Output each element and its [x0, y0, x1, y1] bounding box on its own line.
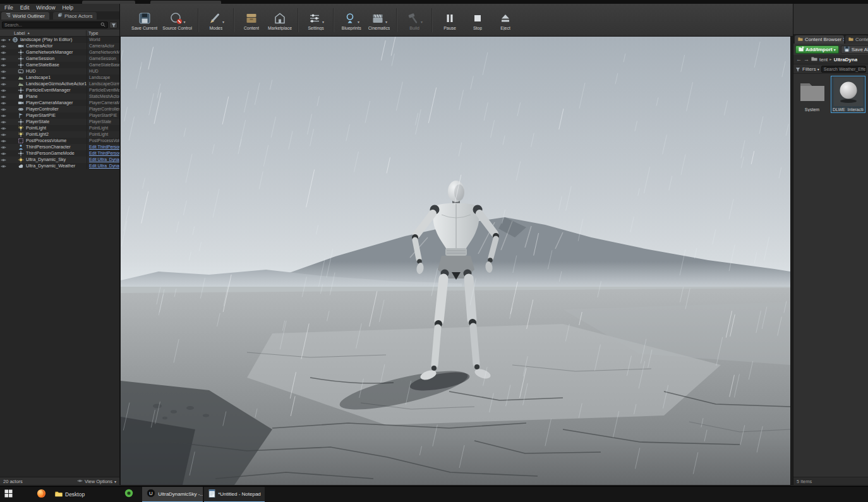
visibility-eye-icon[interactable] — [0, 76, 7, 80]
outliner-row-pointlight2[interactable]: PointLight2PointLight — [0, 131, 119, 138]
content-search-input[interactable]: Search Weather_Effe — [821, 66, 866, 73]
asset-system[interactable]: System — [796, 77, 828, 112]
taskbar-firefox-button[interactable] — [33, 487, 49, 502]
taskbar-app-ultradynamicsky[interactable]: UUltraDynamicSky -... — [142, 487, 203, 502]
visibility-eye-icon[interactable] — [0, 51, 7, 55]
outliner-row-cameraactor[interactable]: CameraActorCameraActor — [0, 43, 119, 49]
visibility-eye-icon[interactable] — [0, 152, 7, 156]
taskbar-app-untitled-notepad[interactable]: *Untitled - Notepad — [204, 487, 265, 502]
asset-dlwe-interaction[interactable]: DLWE_Interaction — [832, 77, 864, 112]
toolbar-source-control-button[interactable]: ▾Source Control — [160, 6, 195, 35]
visibility-eye-icon[interactable] — [0, 101, 7, 105]
save-all-button[interactable]: Save All — [841, 45, 868, 54]
outliner-row-landscape1[interactable]: Landscape1Landscape — [0, 75, 119, 81]
actor-type: PointLight — [87, 131, 119, 138]
outliner-row-hud[interactable]: HUDHUD — [0, 68, 119, 75]
asset-grid: SystemDLWE_Interaction — [793, 74, 868, 477]
dropdown-arrow-icon: ▾ — [358, 20, 359, 24]
tab-content-browser-1[interactable]: Content Browser 1 — [795, 35, 844, 44]
visibility-eye-icon[interactable] — [0, 44, 7, 49]
outliner-row-playerstartpie[interactable]: PlayerStartPIEPlayerStartPIE — [0, 112, 119, 119]
actor-label: ParticleEventManager — [25, 87, 87, 93]
outliner-row-plane[interactable]: PlaneStaticMeshActor — [0, 93, 119, 100]
visibility-eye-icon[interactable] — [0, 120, 7, 124]
add-import-button[interactable]: Add/Import ▾ — [795, 45, 839, 54]
outliner-row-gamenetworkmanager[interactable]: GameNetworkManagerGameNetworkManager — [0, 49, 119, 56]
visibility-eye-icon[interactable] — [0, 57, 7, 61]
visibility-eye-icon[interactable] — [0, 145, 7, 150]
visibility-eye-icon[interactable] — [0, 82, 7, 87]
desktop-toolbar[interactable]: Desktop — [49, 487, 90, 502]
toolbar-settings-button[interactable]: ▾Settings — [302, 6, 330, 35]
filters-button[interactable]: Filters ▾ — [802, 66, 819, 72]
column-header-type[interactable]: Type — [86, 30, 119, 36]
outliner-row-playercontroller[interactable]: PlayerControllerPlayerController — [0, 106, 119, 112]
toolbar-stop-button[interactable]: Stop — [464, 6, 491, 35]
outliner-row-playerstate[interactable]: PlayerStatePlayerState — [0, 119, 119, 125]
outliner-row-gamesession[interactable]: GameSessionGameSession — [0, 56, 119, 62]
outliner-row-thirdpersoncharacter[interactable]: ThirdPersonCharacterEdit ThirdPersonChar… — [0, 144, 119, 150]
menu-file[interactable]: File — [4, 4, 13, 11]
toolbar-save-current-button[interactable]: Save Current — [129, 6, 160, 35]
outliner-row-landscape-play-in-editor[interactable]: ▾landscape (Play In Editor)World — [0, 37, 119, 43]
visibility-eye-icon[interactable] — [0, 114, 7, 118]
dropdown-arrow-icon: ▾ — [421, 20, 423, 24]
start-button[interactable] — [0, 487, 16, 502]
outliner-row-ultra-dynamic-weather[interactable]: Ultra_Dynamic_WeatherEdit Ultra_Dynamic_… — [0, 163, 119, 169]
outliner-row-postprocessvolume[interactable]: PostProcessVolumePostProcessVolume — [0, 138, 119, 144]
dropdown-arrow-icon: ▾ — [222, 20, 224, 24]
outliner-row-gamestatebase[interactable]: GameStateBaseGameStateBase — [0, 62, 119, 68]
outliner-filter-button[interactable] — [109, 21, 118, 28]
toolbar-marketplace-button[interactable]: Marketplace — [265, 6, 294, 35]
visibility-eye-icon[interactable] — [0, 63, 7, 68]
edit-blueprint-link[interactable]: Edit Ultra_Dynamic_Weather — [87, 163, 119, 169]
tab-world-outliner[interactable]: World Outliner — [1, 12, 49, 20]
toolbar-content-button[interactable]: Content — [238, 6, 265, 35]
edit-blueprint-link[interactable]: Edit Ultra_Dynamic_Sky — [87, 157, 119, 163]
outliner-row-landscapegizmoactiveactor1[interactable]: LandscapeGizmoActiveActor1LandscapeGizmo… — [0, 81, 119, 87]
toolbar-pause-button[interactable]: Pause — [436, 6, 464, 35]
outliner-row-playercameramanager[interactable]: PlayerCameraManagerPlayerCameraManager — [0, 100, 119, 106]
taskbar-green-app-button[interactable] — [121, 487, 137, 502]
visibility-eye-icon[interactable] — [0, 133, 7, 137]
expander-arrow-icon[interactable]: ▾ — [7, 37, 12, 43]
viewport-3d[interactable] — [121, 37, 790, 485]
edit-blueprint-link[interactable]: Edit ThirdPersonCharacter — [87, 144, 119, 150]
visibility-eye-icon[interactable] — [0, 126, 7, 131]
view-options-button[interactable]: View Options ▾ — [77, 479, 116, 484]
visibility-eye-icon[interactable] — [0, 38, 7, 42]
edit-blueprint-link[interactable]: Edit ThirdPersonGameMode — [87, 150, 119, 157]
visibility-eye-icon[interactable] — [0, 88, 7, 93]
outliner-row-ultra-dynamic-sky[interactable]: Ultra_Dynamic_SkyEdit Ultra_Dynamic_Sky — [0, 157, 119, 163]
tab-place-actors[interactable]: Place Actors — [53, 12, 97, 20]
visibility-eye-icon[interactable] — [0, 158, 7, 162]
content-browser-panel: Content Browser 1 Conte Add/Import ▾ Sav… — [793, 4, 868, 485]
outliner-row-thirdpersongamemode[interactable]: ThirdPersonGameModeEdit ThirdPersonGameM… — [0, 150, 119, 157]
visibility-eye-icon[interactable] — [0, 107, 7, 112]
actor-label: PostProcessVolume — [25, 138, 87, 144]
toolbar-eject-button[interactable]: Eject — [491, 6, 519, 35]
menu-bar: FileEditWindowHelp — [0, 4, 119, 11]
menu-window[interactable]: Window — [36, 4, 55, 11]
toolbar-cinematics-button[interactable]: ▾Cinematics — [365, 6, 393, 35]
outliner-row-particleeventmanager[interactable]: ParticleEventManagerParticleEventManager — [0, 87, 119, 93]
modes-icon: ▾ — [208, 10, 224, 25]
forward-button[interactable]: → — [804, 56, 809, 63]
visibility-eye-icon[interactable] — [0, 164, 7, 169]
visibility-eye-icon[interactable] — [0, 95, 7, 99]
actor-label: GameStateBase — [25, 62, 87, 68]
breadcrumb-folder[interactable]: tent — [819, 57, 828, 63]
menu-edit[interactable]: Edit — [20, 4, 30, 11]
actor-label: PlayerStartPIE — [25, 112, 87, 119]
column-header-label[interactable]: Label ▲ — [0, 30, 86, 36]
back-button[interactable]: ← — [796, 56, 802, 63]
toolbar-modes-button[interactable]: ▾Modes — [202, 6, 230, 35]
menu-help[interactable]: Help — [63, 4, 73, 11]
visibility-eye-icon[interactable] — [0, 139, 7, 143]
outliner-row-pointlight[interactable]: PointLightPointLight — [0, 125, 119, 131]
breadcrumb-current[interactable]: UltraDyna — [834, 57, 858, 63]
tab-content-partial[interactable]: Conte — [845, 35, 868, 44]
outliner-search-input[interactable]: Search... — [2, 21, 108, 28]
toolbar-blueprints-button[interactable]: ▾Blueprints — [337, 6, 365, 35]
visibility-eye-icon[interactable] — [0, 69, 7, 74]
